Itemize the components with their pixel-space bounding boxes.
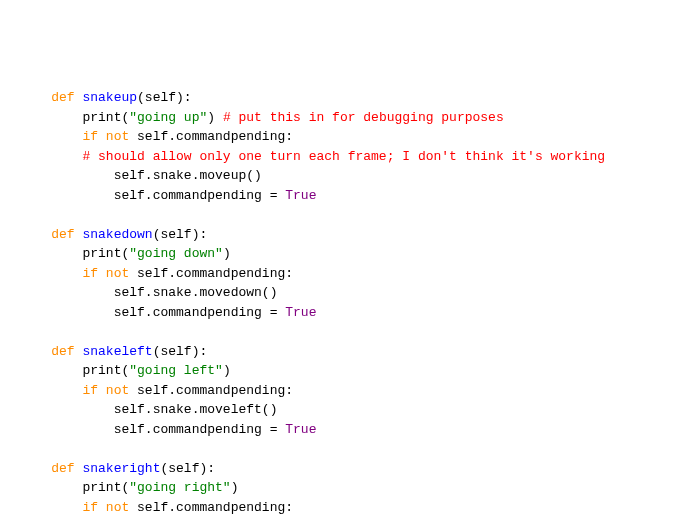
indent	[20, 168, 114, 183]
indent	[20, 90, 51, 105]
params: (self):	[153, 344, 208, 359]
indent	[20, 129, 82, 144]
indent	[20, 305, 114, 320]
indent	[20, 188, 114, 203]
paren: )	[231, 480, 239, 495]
comment: # put this in for debugging purposes	[215, 110, 504, 125]
statement: self.commandpending =	[114, 422, 286, 437]
params: (self):	[153, 227, 208, 242]
params: (self):	[160, 461, 215, 476]
indent	[20, 480, 82, 495]
bool-literal: True	[285, 188, 316, 203]
params: (self):	[137, 90, 192, 105]
paren: )	[223, 363, 231, 378]
keyword-def: def	[51, 344, 74, 359]
string-literal: "going left"	[129, 363, 223, 378]
statement: self.snake.moveup()	[114, 168, 262, 183]
paren: )	[223, 246, 231, 261]
print-call: print	[82, 110, 121, 125]
keyword-def: def	[51, 90, 74, 105]
keyword-def: def	[51, 461, 74, 476]
paren: )	[207, 110, 215, 125]
code-block: def snakeup(self): print("going up") # p…	[20, 88, 668, 519]
keyword-if-not: if not	[82, 500, 129, 515]
indent	[20, 246, 82, 261]
print-call: print	[82, 246, 121, 261]
statement: self.commandpending =	[114, 188, 286, 203]
statement: self.snake.moveleft()	[114, 402, 278, 417]
indent	[20, 422, 114, 437]
statement: self.snake.movedown()	[114, 285, 278, 300]
print-call: print	[82, 363, 121, 378]
indent	[20, 461, 51, 476]
function-name: snakeup	[75, 90, 137, 105]
indent	[20, 149, 82, 164]
condition: self.commandpending:	[129, 383, 293, 398]
bool-literal: True	[285, 305, 316, 320]
indent	[20, 500, 82, 515]
condition: self.commandpending:	[129, 266, 293, 281]
condition: self.commandpending:	[129, 500, 293, 515]
indent	[20, 227, 51, 242]
print-call: print	[82, 480, 121, 495]
indent	[20, 285, 114, 300]
function-name: snakedown	[75, 227, 153, 242]
function-name: snakeleft	[75, 344, 153, 359]
keyword-if-not: if not	[82, 129, 129, 144]
string-literal: "going up"	[129, 110, 207, 125]
bool-literal: True	[285, 422, 316, 437]
indent	[20, 363, 82, 378]
condition: self.commandpending:	[129, 129, 293, 144]
statement: self.commandpending =	[114, 305, 286, 320]
indent	[20, 266, 82, 281]
string-literal: "going down"	[129, 246, 223, 261]
string-literal: "going right"	[129, 480, 230, 495]
keyword-def: def	[51, 227, 74, 242]
indent	[20, 402, 114, 417]
comment: # should allow only one turn each frame;…	[82, 149, 605, 164]
function-name: snakeright	[75, 461, 161, 476]
keyword-if-not: if not	[82, 266, 129, 281]
keyword-if-not: if not	[82, 383, 129, 398]
indent	[20, 344, 51, 359]
indent	[20, 110, 82, 125]
indent	[20, 383, 82, 398]
